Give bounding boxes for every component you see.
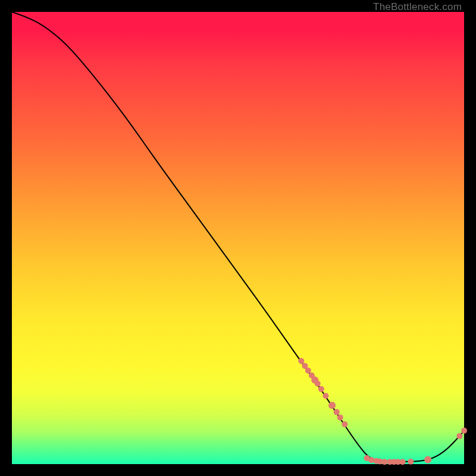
plot-overlay <box>12 12 464 464</box>
data-dots <box>298 358 467 465</box>
data-dot <box>318 386 324 392</box>
plot-area <box>12 12 464 464</box>
data-dot <box>337 415 343 421</box>
data-dot <box>305 368 311 374</box>
data-dot <box>322 393 328 399</box>
data-dot <box>334 409 340 415</box>
data-dot <box>328 402 336 409</box>
watermark-text: TheBottleneck.com <box>373 1 462 13</box>
data-dot <box>456 433 462 439</box>
data-dot <box>342 421 347 427</box>
data-dot <box>315 381 321 387</box>
data-dot <box>461 428 467 434</box>
data-dot <box>424 456 431 463</box>
data-dot <box>408 459 414 465</box>
bottleneck-curve <box>12 12 464 462</box>
data-dot <box>400 459 406 465</box>
data-dot <box>298 358 304 364</box>
data-dot <box>368 457 374 463</box>
chart-stage: TheBottleneck.com <box>0 0 476 476</box>
data-dot <box>381 459 387 465</box>
